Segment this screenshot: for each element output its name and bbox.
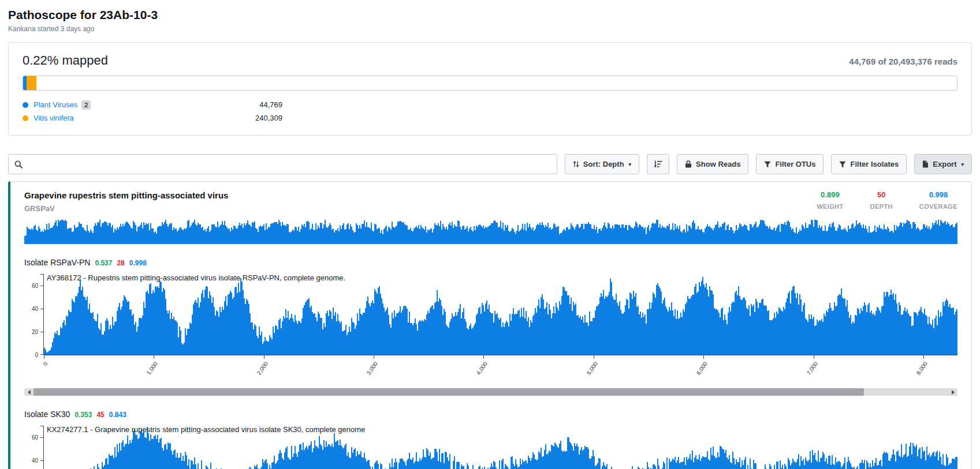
legend-dot-blue: [23, 102, 28, 108]
lock-icon: [685, 160, 692, 168]
chevron-down-icon: ▾: [961, 162, 964, 167]
isolate-coverage-chart-rspav-pn: 0204060 AY368172 - Rupestris stem pittin…: [24, 274, 957, 384]
export-label: Export: [933, 160, 956, 168]
scrollbar-thumb[interactable]: [33, 388, 864, 396]
weight-label: WEIGHT: [817, 203, 843, 210]
depth-value: 50: [870, 190, 893, 199]
isolate-weight: 0.353: [74, 411, 92, 419]
weight-value: 0.899: [817, 190, 843, 199]
otu-header[interactable]: Grapevine rupestris stem pitting-associa…: [24, 190, 957, 213]
coverage-plot: KX274277.1 - Grapevine rupestris stem pi…: [44, 426, 957, 469]
show-reads-button[interactable]: Show Reads: [677, 154, 748, 174]
isolate-header-sk30: Isolate SK30 0.353 45 0.843: [24, 410, 957, 419]
coverage-plot: AY368172 - Rupestris stem pitting-associ…: [44, 274, 957, 355]
mapped-reads-count: 44,769 of 20,493,376 reads: [849, 57, 957, 66]
coverage-label: COVERAGE: [919, 203, 957, 210]
legend-row-plant-viruses: Plant Viruses 2 44,769: [23, 98, 282, 111]
scroll-right-arrow[interactable]: [948, 390, 957, 395]
sort-button-label: Sort: Depth: [583, 160, 624, 168]
filter-otus-button[interactable]: Filter OTUs: [756, 154, 824, 174]
sequence-title: KX274277.1 - Grapevine rupestris stem pi…: [47, 425, 365, 434]
chevron-down-icon: ▾: [629, 162, 632, 167]
filter-isolates-button[interactable]: Filter Isolates: [831, 154, 907, 174]
isolate-weight: 0.537: [95, 259, 112, 267]
otu-stats: 0.899 WEIGHT 50 DEPTH 0.998 COVERAGE: [817, 190, 957, 210]
results-toolbar: Sort: Depth ▾ Show Reads Filter OTUs Fil…: [8, 154, 972, 174]
stat-depth: 50 DEPTH: [870, 190, 893, 210]
isolate-depth: 28: [117, 259, 124, 267]
sort-icon: [573, 160, 579, 168]
plant-viruses-count-badge: 2: [81, 100, 91, 110]
search-box[interactable]: [8, 154, 557, 174]
legend-link-plant-viruses[interactable]: Plant Viruses: [33, 100, 77, 109]
legend-dot-orange: [23, 115, 28, 121]
isolate-name: Isolate RSPaV-PN: [24, 258, 90, 267]
mapped-legend: Plant Viruses 2 44,769 Vitis vinifera 24…: [23, 98, 957, 125]
otu-coverage-sparkline: [24, 220, 957, 244]
page-title: Pathoscope for 23Ab-10-3: [8, 8, 972, 22]
page-subtitle: Kankana started 3 days ago: [8, 25, 972, 33]
filter-icon: [764, 161, 771, 168]
y-axis: 0204060: [24, 426, 44, 469]
isolate-name: Isolate SK30: [24, 410, 70, 419]
legend-row-vitis: Vitis vinifera 240,309: [23, 111, 282, 125]
filter-isolates-label: Filter Isolates: [850, 160, 899, 168]
stat-weight: 0.899 WEIGHT: [817, 190, 843, 210]
legend-value-plant-viruses: 44,769: [236, 100, 282, 109]
sort-amount-down-icon: [654, 160, 662, 168]
x-axis: 01,0002,0003,0004,0005,0006,0007,0008,00…: [44, 355, 957, 384]
search-icon: [14, 160, 23, 168]
legend-value-vitis: 240,309: [236, 114, 282, 122]
legend-link-vitis[interactable]: Vitis vinifera: [33, 114, 74, 122]
file-icon: [922, 160, 929, 168]
filter-icon: [839, 161, 846, 168]
isolate-coverage: 0.843: [109, 411, 126, 419]
search-input[interactable]: [27, 159, 551, 169]
isolate-coverage: 0.998: [129, 259, 147, 267]
depth-label: DEPTH: [870, 203, 893, 210]
stat-coverage: 0.998 COVERAGE: [919, 190, 957, 210]
mapped-progress-bar: [23, 76, 957, 91]
isolate-header-rspav-pn: Isolate RSPaV-PN 0.537 28 0.998: [24, 258, 957, 267]
show-reads-label: Show Reads: [696, 160, 740, 168]
isolate-coverage-chart-sk30: 0204060 KX274277.1 - Grapevine rupestris…: [24, 426, 957, 469]
isolate-depth: 45: [96, 411, 104, 419]
horizontal-scrollbar[interactable]: [24, 388, 957, 396]
progress-segment-vitis: [27, 76, 36, 90]
y-axis: 0204060: [24, 274, 44, 355]
coverage-value: 0.998: [919, 190, 957, 199]
sequence-title: AY368172 - Rupestris stem pitting-associ…: [47, 273, 345, 282]
export-button[interactable]: Export ▾: [914, 154, 972, 174]
sort-button[interactable]: Sort: Depth ▾: [565, 154, 639, 174]
filter-otus-label: Filter OTUs: [775, 160, 815, 168]
scroll-left-arrow[interactable]: [24, 390, 33, 395]
sort-direction-button[interactable]: [647, 154, 669, 174]
mapped-percent: 0.22% mapped: [23, 53, 108, 68]
otu-card: Grapevine rupestris stem pitting-associa…: [8, 181, 972, 469]
mapped-summary-card: 0.22% mapped 44,769 of 20,493,376 reads …: [8, 42, 972, 136]
